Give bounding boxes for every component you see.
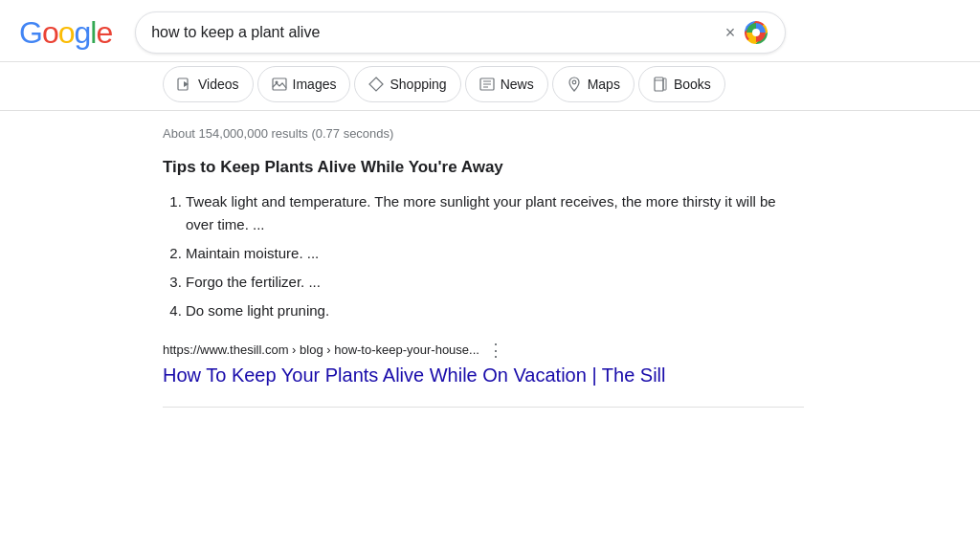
- svg-point-11: [572, 80, 576, 84]
- featured-snippet: Tips to Keep Plants Alive While You're A…: [163, 156, 785, 322]
- svg-rect-14: [663, 78, 666, 90]
- logo-letter-o1: o: [42, 15, 58, 50]
- svg-rect-12: [655, 77, 663, 91]
- google-lens-button[interactable]: [743, 19, 769, 46]
- tab-shopping[interactable]: Shopping: [354, 66, 460, 102]
- search-input[interactable]: how to keep a plant alive: [151, 24, 717, 41]
- tab-news-label: News: [501, 77, 534, 92]
- svg-marker-6: [369, 77, 383, 91]
- results-area: About 154,000,000 results (0.77 seconds)…: [0, 111, 823, 423]
- snippet-title: Tips to Keep Plants Alive While You're A…: [163, 156, 785, 179]
- search-clear-button[interactable]: ×: [718, 23, 744, 43]
- header: Google how to keep a plant alive ×: [0, 0, 980, 62]
- logo-letter-g2: g: [74, 15, 90, 50]
- tab-images-label: Images: [293, 77, 337, 92]
- google-logo: Google: [19, 17, 112, 48]
- result-link[interactable]: How To Keep Your Plants Alive While On V…: [163, 363, 785, 387]
- tab-maps-label: Maps: [588, 77, 620, 92]
- logo-text: Google: [19, 17, 112, 48]
- images-icon: [272, 77, 287, 92]
- svg-point-1: [752, 29, 760, 36]
- list-item: Do some light pruning.: [186, 299, 785, 322]
- tab-news[interactable]: News: [465, 66, 548, 102]
- nav-tabs: Videos Images Shopping New: [0, 62, 980, 111]
- shopping-icon: [368, 77, 384, 92]
- list-item: Maintain moisture. ...: [186, 242, 785, 265]
- results-count: About 154,000,000 results (0.77 seconds): [163, 126, 804, 141]
- news-icon: [479, 77, 495, 92]
- tab-videos-label: Videos: [198, 77, 239, 92]
- tab-images[interactable]: Images: [257, 66, 351, 102]
- search-bar: how to keep a plant alive ×: [135, 11, 786, 54]
- logo-letter-o2: o: [58, 15, 75, 50]
- books-icon: [653, 77, 668, 92]
- result-url: https://www.thesill.com › blog › how-to-…: [163, 342, 479, 357]
- results-divider: [163, 407, 804, 408]
- tab-videos[interactable]: Videos: [163, 66, 254, 102]
- result-menu-button[interactable]: ⋮: [487, 342, 504, 359]
- logo-letter-g: G: [19, 15, 42, 50]
- maps-icon: [567, 77, 582, 92]
- list-item: Tweak light and temperature. The more su…: [186, 190, 785, 236]
- snippet-list: Tweak light and temperature. The more su…: [163, 190, 785, 322]
- tab-maps[interactable]: Maps: [552, 66, 635, 102]
- videos-icon: [177, 77, 192, 92]
- svg-rect-4: [273, 78, 286, 90]
- logo-letter-e: e: [96, 15, 112, 50]
- tab-books[interactable]: Books: [638, 66, 725, 102]
- lens-icon: [745, 21, 768, 44]
- result-item: https://www.thesill.com › blog › how-to-…: [163, 342, 785, 387]
- result-url-row: https://www.thesill.com › blog › how-to-…: [163, 342, 785, 359]
- list-item: Forgo the fertilizer. ...: [186, 271, 785, 294]
- close-icon: ×: [725, 23, 736, 43]
- tab-shopping-label: Shopping: [390, 77, 446, 92]
- tab-books-label: Books: [674, 77, 711, 92]
